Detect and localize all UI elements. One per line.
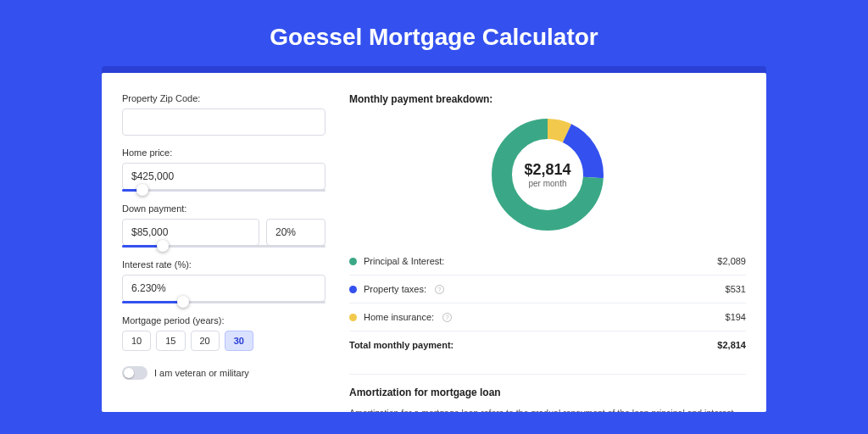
legend-row-2: Home insurance:?$194 — [349, 303, 746, 331]
legend-label: Principal & Interest: — [364, 256, 444, 266]
down-slider[interactable] — [122, 245, 326, 248]
donut-chart: $2,814 per month — [490, 117, 605, 232]
calculator-card: Property Zip Code: Home price: Down paym… — [102, 73, 766, 412]
legend-value: $2,089 — [717, 256, 746, 266]
breakdown-title: Monthly payment breakdown: — [349, 93, 746, 105]
legend-value: $531 — [726, 284, 746, 294]
rate-slider-thumb[interactable] — [177, 296, 189, 308]
legend-label: Property taxes: — [364, 284, 426, 294]
card-shadow: Property Zip Code: Home price: Down paym… — [102, 66, 766, 412]
rate-input[interactable] — [122, 275, 326, 302]
legend-label: Home insurance: — [364, 312, 434, 322]
price-field: Home price: — [122, 147, 326, 192]
legend: Principal & Interest:$2,089Property taxe… — [349, 248, 746, 331]
veteran-toggle[interactable] — [122, 366, 147, 380]
price-label: Home price: — [122, 147, 326, 158]
down-slider-thumb[interactable] — [157, 240, 169, 252]
legend-value: $194 — [726, 312, 746, 322]
legend-dot — [349, 314, 357, 321]
period-btn-20[interactable]: 20 — [191, 331, 220, 351]
price-slider[interactable] — [122, 189, 326, 192]
total-row: Total monthly payment: $2,814 — [349, 331, 746, 364]
legend-row-1: Property taxes:?$531 — [349, 275, 746, 303]
down-pct-input[interactable] — [266, 219, 326, 246]
rate-field: Interest rate (%): — [122, 259, 326, 303]
page-title: Goessel Mortgage Calculator — [0, 0, 868, 66]
amort-text: Amortization for a mortgage loan refers … — [349, 407, 746, 412]
down-amount-input[interactable] — [122, 219, 259, 246]
legend-dot — [349, 258, 357, 265]
veteran-row: I am veteran or military — [122, 366, 326, 380]
donut-amount: $2,814 — [524, 161, 570, 179]
price-input[interactable] — [122, 163, 326, 190]
total-label: Total monthly payment: — [349, 340, 453, 350]
rate-label: Interest rate (%): — [122, 259, 326, 270]
period-label: Mortgage period (years): — [122, 315, 326, 326]
veteran-label: I am veteran or military — [154, 368, 249, 378]
period-btn-15[interactable]: 15 — [156, 331, 185, 351]
legend-row-0: Principal & Interest:$2,089 — [349, 248, 746, 275]
period-btn-10[interactable]: 10 — [122, 331, 151, 351]
donut-sub: per month — [528, 179, 566, 188]
donut-wrap: $2,814 per month — [349, 117, 746, 232]
down-label: Down payment: — [122, 203, 326, 214]
breakdown-panel: Monthly payment breakdown: $2,814 per mo… — [349, 93, 746, 412]
info-icon[interactable]: ? — [435, 285, 444, 294]
rate-slider[interactable] — [122, 301, 326, 303]
info-icon[interactable]: ? — [442, 313, 452, 322]
legend-dot — [349, 286, 357, 293]
period-field: Mortgage period (years): 10152030 — [122, 315, 326, 351]
zip-label: Property Zip Code: — [122, 93, 326, 103]
total-value: $2,814 — [717, 340, 746, 350]
down-field: Down payment: — [122, 203, 326, 248]
price-slider-thumb[interactable] — [136, 184, 148, 196]
zip-input[interactable] — [122, 108, 326, 136]
period-buttons: 10152030 — [122, 331, 326, 351]
inputs-panel: Property Zip Code: Home price: Down paym… — [122, 93, 326, 412]
period-btn-30[interactable]: 30 — [225, 331, 253, 351]
zip-field: Property Zip Code: — [122, 93, 326, 136]
amort-title: Amortization for mortgage loan — [349, 374, 746, 398]
